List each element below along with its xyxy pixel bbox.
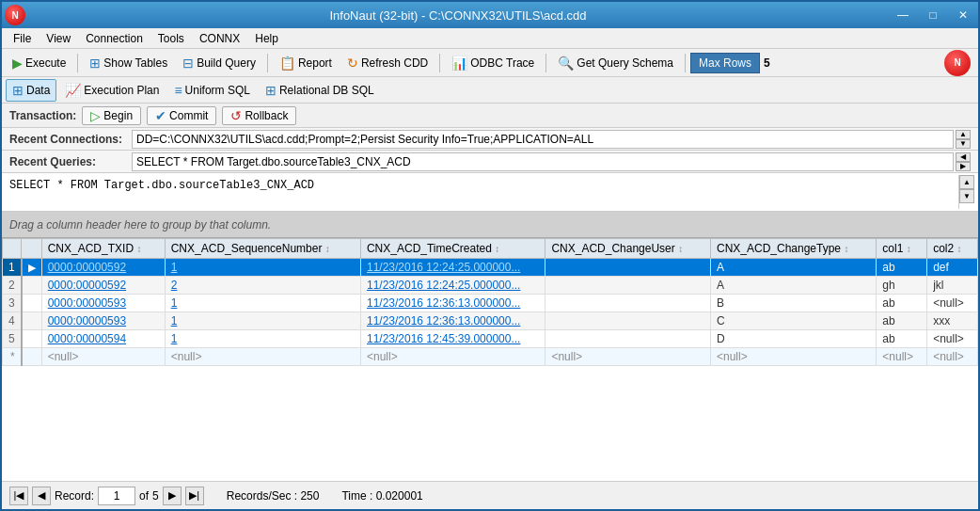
new-row-cell-col1[interactable]: <null> (877, 348, 927, 366)
group-header-text: Drag a column header here to group by th… (9, 218, 271, 232)
max-rows-button[interactable]: Max Rows (690, 53, 760, 73)
cell-txid[interactable]: 0000:00000592 (41, 259, 165, 277)
query-textarea[interactable] (6, 175, 958, 209)
new-row-cell-user[interactable]: <null> (545, 348, 711, 366)
build-query-button[interactable]: ⊟ Build Query (176, 52, 262, 74)
cell-time[interactable]: 11/23/2016 12:24:25.000000... (360, 277, 545, 295)
cell-txid[interactable]: 0000:00000593 (41, 295, 165, 312)
table-new-row[interactable]: *<null><null><null><null><null><null><nu… (3, 348, 978, 366)
recent-connections-arrows: ▲ ▼ (956, 130, 971, 149)
new-row-cell-txid[interactable]: <null> (41, 348, 165, 366)
new-row-cell-time[interactable]: <null> (360, 348, 545, 366)
cell-col2[interactable]: <null> (927, 330, 978, 348)
new-row-cell-type[interactable]: <null> (710, 348, 876, 366)
nav-first-button[interactable]: |◀ (9, 487, 28, 505)
cell-txid[interactable]: 0000:00000592 (41, 277, 165, 295)
report-button[interactable]: 📋 Report (273, 52, 339, 74)
relational-db-sql-button[interactable]: ⊞ Relational DB SQL (259, 79, 381, 102)
col-header-col1[interactable]: col1 ↕ (877, 239, 927, 259)
col-header-type[interactable]: CNX_ACD_ChangeType ↕ (710, 239, 876, 259)
query-scroll-up[interactable]: ▲ (959, 175, 974, 189)
cell-seq[interactable]: 1 (165, 330, 360, 348)
nav-prev-button[interactable]: ◀ (32, 487, 51, 505)
cell-user[interactable] (545, 277, 711, 295)
cell-user[interactable] (545, 259, 711, 277)
table-row[interactable]: 40000:00000593111/23/2016 12:36:13.00000… (3, 312, 978, 330)
table-row[interactable]: 50000:00000594111/23/2016 12:45:39.00000… (3, 330, 978, 348)
recent-queries-input[interactable] (132, 152, 954, 171)
col-sort-time: ↕ (495, 244, 504, 254)
table-row[interactable]: 1▶0000:00000592111/23/2016 12:24:25.0000… (3, 259, 978, 277)
record-current-input[interactable] (98, 487, 135, 505)
menu-connection[interactable]: Connection (78, 30, 150, 47)
odbc-trace-button[interactable]: 📊 ODBC Trace (445, 52, 541, 74)
rollback-button[interactable]: ↺ Rollback (222, 106, 296, 125)
commit-label: Commit (169, 109, 208, 122)
cell-time[interactable]: 11/23/2016 12:45:39.000000... (360, 330, 545, 348)
queries-left-arrow[interactable]: ◀ (956, 152, 971, 162)
cell-txid[interactable]: 0000:00000594 (41, 330, 165, 348)
commit-button[interactable]: ✔ Commit (147, 106, 216, 125)
cell-type[interactable]: A (710, 259, 876, 277)
query-scroll-down[interactable]: ▼ (959, 189, 974, 203)
cell-seq[interactable]: 1 (165, 295, 360, 312)
menu-connx[interactable]: CONNX (192, 30, 247, 47)
col-header-col2[interactable]: col2 ↕ (927, 239, 978, 259)
maximize-button[interactable]: □ (918, 2, 948, 28)
cell-seq[interactable]: 1 (165, 312, 360, 330)
refresh-cdd-button[interactable]: ↻ Refresh CDD (340, 52, 435, 74)
table-row[interactable]: 30000:00000593111/23/2016 12:36:13.00000… (3, 295, 978, 312)
cell-user[interactable] (545, 312, 711, 330)
new-row-cell-col2[interactable]: <null> (927, 348, 978, 366)
execution-plan-button[interactable]: 📈 Execution Plan (58, 79, 166, 102)
cell-type[interactable]: C (710, 312, 876, 330)
cell-time[interactable]: 11/23/2016 12:36:13.000000... (360, 295, 545, 312)
get-query-schema-button[interactable]: 🔍 Get Query Schema (551, 52, 680, 74)
queries-right-arrow[interactable]: ▶ (956, 162, 971, 171)
col-header-seq[interactable]: CNX_ACD_SequenceNumber ↕ (165, 239, 360, 259)
nav-last-button[interactable]: ▶| (185, 487, 204, 505)
cell-txid[interactable]: 0000:00000593 (41, 312, 165, 330)
cell-seq[interactable]: 1 (165, 259, 360, 277)
nav-next-button[interactable]: ▶ (163, 487, 182, 505)
new-row-cell-seq[interactable]: <null> (165, 348, 360, 366)
recent-connections-input[interactable] (132, 130, 954, 149)
menu-help[interactable]: Help (247, 30, 286, 47)
cell-col2[interactable]: xxx (927, 312, 978, 330)
connections-up-arrow[interactable]: ▲ (956, 130, 971, 139)
cell-col1[interactable]: ab (877, 259, 927, 277)
col-header-user[interactable]: CNX_ACD_ChangeUser ↕ (545, 239, 711, 259)
cell-col2[interactable]: jkl (927, 277, 978, 295)
cell-col1[interactable]: ab (877, 295, 927, 312)
cell-col1[interactable]: ab (877, 312, 927, 330)
menu-file[interactable]: File (6, 30, 39, 47)
connections-down-arrow[interactable]: ▼ (956, 139, 971, 149)
close-button[interactable]: ✕ (948, 2, 978, 28)
menu-view[interactable]: View (39, 30, 78, 47)
cell-col2[interactable]: <null> (927, 295, 978, 312)
menu-tools[interactable]: Tools (150, 30, 192, 47)
cell-time[interactable]: 11/23/2016 12:36:13.000000... (360, 312, 545, 330)
minimize-button[interactable]: — (888, 2, 918, 28)
data-tab-button[interactable]: ⊞ Data (6, 79, 56, 102)
cell-seq[interactable]: 2 (165, 277, 360, 295)
col-header-txid[interactable]: CNX_ACD_TXID ↕ (41, 239, 165, 259)
cell-user[interactable] (545, 295, 711, 312)
begin-button[interactable]: ▷ Begin (82, 106, 141, 125)
uniform-sql-button[interactable]: ≡ Uniform SQL (167, 79, 257, 102)
row-number: 5 (3, 330, 22, 348)
cell-type[interactable]: B (710, 295, 876, 312)
execute-button[interactable]: ▶ Execute (6, 52, 72, 74)
col-header-time[interactable]: CNX_ACD_TimeCreated ↕ (360, 239, 545, 259)
show-tables-button[interactable]: ⊞ Show Tables (83, 52, 174, 74)
cell-type[interactable]: D (710, 330, 876, 348)
cell-col2[interactable]: def (927, 259, 978, 277)
cell-user[interactable] (545, 330, 711, 348)
table-row[interactable]: 20000:00000592211/23/2016 12:24:25.00000… (3, 277, 978, 295)
data-container[interactable]: CNX_ACD_TXID ↕ CNX_ACD_SequenceNumber ↕ … (2, 238, 978, 481)
cell-time[interactable]: 11/23/2016 12:24:25.000000... (360, 259, 545, 277)
toolbar-logo: N (944, 50, 971, 76)
cell-col1[interactable]: gh (877, 277, 927, 295)
cell-col1[interactable]: ab (877, 330, 927, 348)
cell-type[interactable]: A (710, 277, 876, 295)
